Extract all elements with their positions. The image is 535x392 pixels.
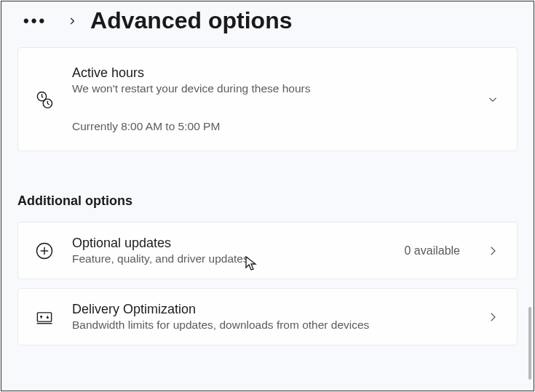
chevron-down-icon — [486, 93, 499, 106]
delivery-optimization-card[interactable]: Delivery Optimization Bandwidth limits f… — [17, 288, 518, 345]
breadcrumb-chevron-icon — [67, 16, 77, 26]
page-title: Advanced options — [90, 7, 292, 34]
svg-rect-5 — [37, 312, 51, 321]
additional-options-heading: Additional options — [17, 157, 518, 222]
optional-updates-card[interactable]: Optional updates Feature, quality, and d… — [17, 222, 518, 279]
optional-updates-subtitle: Feature, quality, and driver updates — [72, 252, 387, 265]
active-hours-status: Currently 8:00 AM to 5:00 PM — [72, 120, 469, 133]
active-hours-title: Active hours — [72, 65, 469, 81]
clock-icon — [34, 89, 55, 110]
delivery-optimization-title: Delivery Optimization — [72, 302, 469, 317]
optional-updates-count: 0 available — [405, 244, 461, 257]
header: ••• Advanced options — [1, 1, 534, 47]
chevron-right-icon — [486, 311, 499, 324]
chevron-right-icon — [486, 244, 499, 257]
bandwidth-icon — [34, 307, 55, 327]
scrollbar-thumb[interactable] — [528, 307, 531, 380]
plus-circle-icon — [34, 241, 55, 261]
delivery-optimization-subtitle: Bandwidth limits for updates, downloads … — [72, 319, 469, 332]
active-hours-card[interactable]: Active hours We won't restart your devic… — [17, 47, 518, 151]
breadcrumb-more-icon[interactable]: ••• — [23, 13, 47, 29]
optional-updates-title: Optional updates — [72, 236, 387, 251]
active-hours-subtitle: We won't restart your device during thes… — [72, 82, 469, 95]
